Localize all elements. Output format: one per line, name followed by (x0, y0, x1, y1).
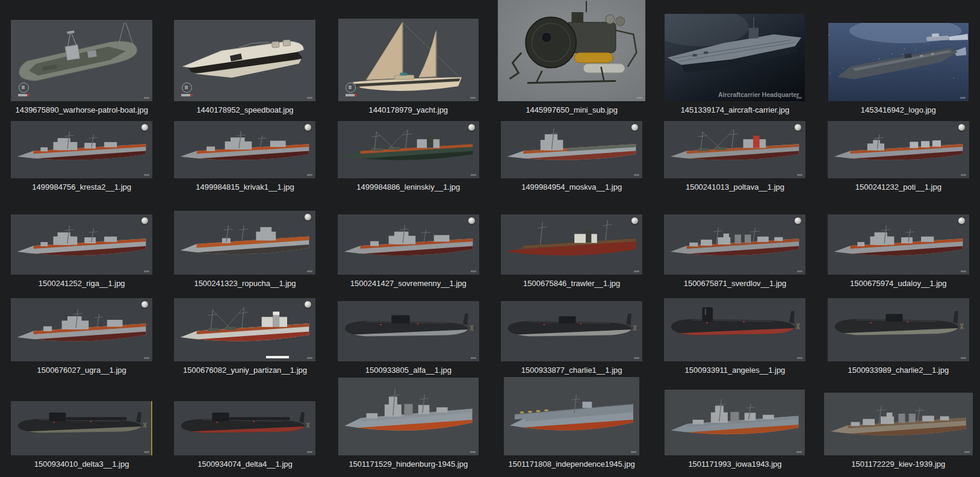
file-thumbnail[interactable] (11, 121, 152, 178)
file-tile[interactable]: 1500934074_delta4__1.jpg (163, 378, 326, 477)
file-name[interactable]: 1499984954_moskva__1.jpg (521, 181, 622, 193)
file-tile[interactable]: 1499984954_moskva__1.jpg (490, 118, 653, 195)
artist-watermark (964, 451, 970, 453)
file-tile[interactable]: 1440178979_yacht.jpg (327, 0, 490, 118)
file-name[interactable]: 1440178952_speedboat.jpg (196, 104, 293, 116)
file-thumbnail[interactable] (501, 121, 642, 178)
file-tile[interactable]: 1500241252_riga__1.jpg (0, 195, 163, 292)
warship-render (11, 121, 152, 178)
file-thumbnail[interactable] (338, 19, 479, 101)
file-thumbnail[interactable] (11, 214, 152, 275)
file-thumbnail[interactable] (11, 401, 152, 455)
file-tile[interactable]: 1500675871_sverdlov__1.jpg (653, 195, 816, 292)
file-name[interactable]: 1439675890_warhorse-patrol-boat.jpg (15, 104, 147, 116)
cargo-ship-render (338, 121, 479, 178)
vendor-logo (17, 83, 30, 96)
file-name[interactable]: 1499984886_leninskiy__1.jpg (356, 181, 460, 193)
file-thumbnail[interactable] (174, 401, 315, 455)
file-name[interactable]: 1500934010_delta3__1.jpg (34, 458, 129, 470)
file-thumbnail[interactable] (664, 214, 805, 275)
file-name[interactable]: 1500675846_trawler__1.jpg (523, 278, 620, 289)
file-thumbnail[interactable] (501, 214, 642, 275)
file-thumbnail[interactable] (828, 23, 969, 101)
file-name[interactable]: 1501172229_kiev-1939.jpg (851, 458, 945, 470)
file-tile[interactable]: 1500241323_ropucha__1.jpg (163, 195, 326, 292)
file-name[interactable]: 1500241232_poti__1.jpg (855, 181, 941, 193)
file-thumbnail[interactable] (665, 390, 805, 455)
file-tile[interactable]: 1500933805_alfa__1.jpg (327, 292, 490, 378)
file-name[interactable]: 1499984756_kresta2__1.jpg (32, 181, 131, 193)
file-thumbnail[interactable] (504, 377, 639, 455)
file-name[interactable]: 1501171993_iowa1943.jpg (688, 458, 781, 470)
file-tile[interactable]: 1500675846_trawler__1.jpg (490, 195, 653, 292)
file-tile[interactable]: 1500934010_delta3__1.jpg (0, 378, 163, 477)
file-thumbnail[interactable] (11, 298, 152, 361)
file-name[interactable]: 1499984815_krivak1__1.jpg (196, 181, 294, 193)
file-tile[interactable]: 1499984886_leninskiy__1.jpg (327, 118, 490, 195)
file-name[interactable]: 1445997650_mini_sub.jpg (526, 104, 618, 116)
file-thumbnail[interactable] (498, 0, 645, 101)
file-tile[interactable]: 1500241427_sovremenny__1.jpg (327, 195, 490, 292)
file-tile[interactable]: 1501172229_kiev-1939.jpg (817, 378, 980, 477)
file-name[interactable]: 1500933877_charlie1__1.jpg (521, 364, 622, 376)
file-name[interactable]: 1500933989_charlie2__1.jpg (848, 364, 949, 376)
file-tile[interactable]: 1500676082_yuniy_partizan__1.jpg (163, 292, 326, 378)
file-tile[interactable]: 1499984756_kresta2__1.jpg (0, 118, 163, 195)
file-thumbnail[interactable]: Aircraftcarrier Headquarter (665, 14, 805, 101)
file-name[interactable]: 1500676027_ugra__1.jpg (37, 364, 126, 376)
file-thumbnail[interactable] (828, 298, 969, 361)
file-tile[interactable]: 1440178952_speedboat.jpg (163, 0, 326, 118)
file-thumbnail[interactable] (664, 121, 805, 178)
file-thumbnail[interactable] (338, 301, 479, 361)
file-name[interactable]: 1500241013_poltava__1.jpg (686, 181, 784, 193)
file-tile[interactable]: 1453416942_logo.jpg (817, 0, 980, 118)
file-thumbnail[interactable] (338, 378, 479, 455)
file-thumbnail[interactable] (11, 20, 152, 101)
artist-watermark (471, 174, 476, 176)
file-thumbnail[interactable] (174, 20, 315, 101)
file-tile[interactable]: 1500675974_udaloy__1.jpg (817, 195, 980, 292)
file-name[interactable]: 1500933805_alfa__1.jpg (365, 364, 451, 376)
file-thumbnail[interactable] (828, 121, 969, 178)
file-tile[interactable]: 1500933989_charlie2__1.jpg (817, 292, 980, 378)
warship-render (11, 298, 152, 361)
artist-watermark (471, 270, 476, 272)
file-thumbnail[interactable] (824, 393, 973, 455)
file-thumbnail[interactable] (501, 301, 642, 361)
file-name[interactable]: 1451339174_aircraft-carrier.jpg (681, 104, 790, 116)
file-name[interactable]: 1500933911_angeles__1.jpg (685, 364, 786, 376)
file-name[interactable]: 1500934074_delta4__1.jpg (197, 458, 293, 470)
file-tile[interactable]: 1499984815_krivak1__1.jpg (163, 118, 326, 195)
file-tile[interactable]: 1439675890_warhorse-patrol-boat.jpg (0, 0, 163, 118)
file-name[interactable]: 1440178979_yacht.jpg (369, 104, 448, 116)
file-name[interactable]: 1453416942_logo.jpg (861, 104, 936, 116)
file-tile[interactable]: 1500241013_poltava__1.jpg (653, 118, 816, 195)
file-tile[interactable]: 1500676027_ugra__1.jpg (0, 292, 163, 378)
file-tile[interactable]: 1501171529_hindenburg-1945.jpg (327, 378, 490, 477)
file-name[interactable]: 1500675871_sverdlov__1.jpg (684, 278, 787, 289)
file-tile[interactable]: 1500241232_poti__1.jpg (817, 118, 980, 195)
file-thumbnail[interactable] (174, 211, 315, 275)
file-tile[interactable]: 1500933877_charlie1__1.jpg (490, 292, 653, 378)
file-tile[interactable]: 1501171993_iowa1943.jpg (653, 378, 816, 477)
file-thumbnail[interactable] (338, 214, 479, 275)
battleship-render (338, 378, 479, 455)
file-name[interactable]: 1501171529_hindenburg-1945.jpg (349, 458, 468, 470)
file-tile[interactable]: Aircraftcarrier Headquarter1451339174_ai… (653, 0, 816, 118)
file-tile[interactable]: 1501171808_independence1945.jpg (490, 378, 653, 477)
file-thumbnail[interactable] (828, 214, 969, 275)
file-name[interactable]: 1500675974_udaloy__1.jpg (850, 278, 947, 289)
file-name[interactable]: 1500241427_sovremenny__1.jpg (350, 278, 467, 289)
file-thumbnail[interactable] (664, 298, 805, 361)
file-thumbnail[interactable] (338, 121, 479, 178)
file-tile[interactable]: 1445997650_mini_sub.jpg (490, 0, 653, 118)
artist-watermark (307, 270, 312, 272)
file-name[interactable]: 1500241252_riga__1.jpg (39, 278, 125, 289)
file-name[interactable]: 1500241323_ropucha__1.jpg (194, 278, 296, 289)
file-thumbnail[interactable] (174, 298, 315, 361)
file-name[interactable]: 1501171808_independence1945.jpg (509, 458, 635, 470)
cargo-ship-render (174, 298, 315, 361)
file-tile[interactable]: 1500933911_angeles__1.jpg (653, 292, 816, 378)
file-name[interactable]: 1500676082_yuniy_partizan__1.jpg (183, 364, 307, 376)
file-thumbnail[interactable] (174, 121, 315, 178)
